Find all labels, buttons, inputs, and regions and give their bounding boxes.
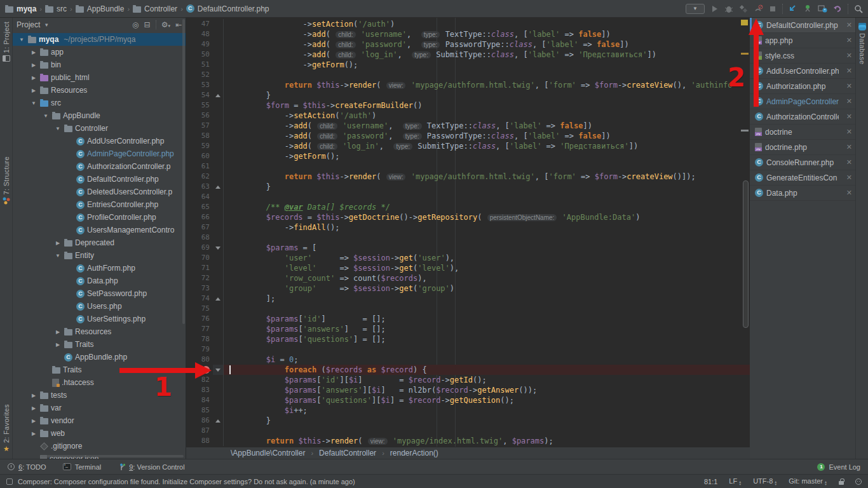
fold-marker-icon[interactable]: [213, 365, 224, 375]
editor-tab[interactable]: GenerateEntitiesCon✕: [750, 170, 855, 186]
line-number[interactable]: 64: [186, 192, 213, 202]
collapse-arrow-icon[interactable]: ▶: [54, 329, 62, 335]
fold-marker-icon[interactable]: [213, 90, 224, 100]
tree-item[interactable]: ▶Resources: [13, 325, 186, 338]
line-number[interactable]: 85: [186, 405, 213, 416]
line-number[interactable]: 56: [186, 111, 213, 121]
code-line[interactable]: 50 ->add( child: 'log_in', type: SubmitT…: [186, 50, 750, 60]
code-line[interactable]: 52: [186, 70, 750, 80]
code-line[interactable]: 76 $params['id'] = [];: [186, 314, 750, 324]
editor-tab[interactable]: Data.php✕: [750, 186, 855, 201]
line-number[interactable]: 75: [186, 304, 213, 314]
locate-file-icon[interactable]: ◎: [132, 20, 139, 29]
code-line[interactable]: 59 ->add( child: 'log_in', type: SubmitT…: [186, 141, 750, 151]
close-icon[interactable]: ✕: [846, 189, 852, 197]
line-number[interactable]: 72: [186, 273, 213, 283]
toolwindow-button-todo[interactable]: 6: TODO: [8, 463, 46, 471]
line-number[interactable]: 62: [186, 172, 213, 182]
tree-item[interactable]: ▼myqa~/projects/PHP/myqa: [13, 33, 186, 46]
fold-marker-icon[interactable]: [213, 243, 224, 253]
expand-arrow-icon[interactable]: ▼: [18, 37, 25, 43]
tree-item[interactable]: ▶public_html: [13, 71, 186, 84]
editor-tab[interactable]: doctrine✕: [750, 125, 855, 140]
line-number[interactable]: 74: [186, 294, 213, 304]
editor-tab[interactable]: app.php✕: [750, 33, 855, 48]
collapse-arrow-icon[interactable]: ▶: [30, 75, 37, 81]
line-number[interactable]: 53: [186, 80, 213, 90]
editor-tab[interactable]: style.css✕: [750, 48, 855, 64]
code-editor[interactable]: 47 ->setAction('/auth')48 ->add( child: …: [186, 18, 750, 447]
line-number[interactable]: 61: [186, 161, 213, 172]
hide-panel-icon[interactable]: ⇤: [175, 20, 182, 29]
close-icon[interactable]: ✕: [846, 67, 852, 75]
tree-item[interactable]: AuthorizationController.p: [13, 160, 186, 173]
editor-tab[interactable]: AuthorizationController.php✕: [750, 109, 855, 125]
code-line[interactable]: 53 return $this->render( view: 'mypage/a…: [186, 80, 750, 90]
fold-marker-icon[interactable]: [213, 294, 224, 304]
collapse-arrow-icon[interactable]: ▶: [30, 62, 37, 68]
close-icon[interactable]: ✕: [846, 173, 852, 182]
tree-item[interactable]: ▶app: [13, 46, 186, 58]
line-number[interactable]: 76: [186, 314, 213, 324]
tree-item[interactable]: ▶var: [13, 402, 186, 414]
tree-item[interactable]: ▼Controller: [13, 122, 186, 135]
run-config-dropdown[interactable]: ▼: [686, 4, 705, 14]
code-line[interactable]: 85 $i++;: [186, 405, 750, 416]
tree-item[interactable]: DeletedUsersController.p: [13, 186, 186, 198]
expand-arrow-icon[interactable]: ▼: [54, 126, 62, 132]
expand-arrow-icon[interactable]: ▼: [54, 253, 62, 259]
breadcrumb-item[interactable]: Controller: [133, 4, 177, 13]
warning-stripe-mark[interactable]: [741, 53, 749, 55]
toolwindow-favorites-button[interactable]: 2: Favorites★: [0, 404, 13, 452]
code-line[interactable]: 77 $params['answers'] = [];: [186, 324, 750, 334]
tree-item[interactable]: AuthForm.php: [13, 262, 186, 274]
line-number[interactable]: 71: [186, 263, 213, 273]
tree-item[interactable]: ▶web: [13, 427, 186, 440]
collapse-arrow-icon[interactable]: ▶: [30, 393, 37, 398]
code-line[interactable]: 71 'level' => $session->get('level'),: [186, 263, 750, 273]
line-number[interactable]: 49: [186, 39, 213, 50]
line-number[interactable]: 77: [186, 324, 213, 334]
line-number[interactable]: 52: [186, 70, 213, 80]
editor-tab[interactable]: AddUserController.php✕: [750, 64, 855, 79]
line-number[interactable]: 54: [186, 90, 213, 100]
collapse-arrow-icon[interactable]: ▶: [54, 240, 62, 246]
collapse-arrow-icon[interactable]: ▶: [30, 405, 37, 411]
vcs-update-icon[interactable]: [789, 4, 797, 13]
tree-item[interactable]: DefaultController.php: [13, 173, 186, 186]
line-number[interactable]: 88: [186, 436, 213, 446]
editor-tab[interactable]: AdminPageController.php✕: [750, 94, 855, 109]
close-icon[interactable]: ✕: [846, 128, 852, 136]
collapse-all-icon[interactable]: ⊟: [144, 20, 151, 29]
editor-tab[interactable]: doctrine.php✕: [750, 140, 855, 155]
tree-item[interactable]: EntriesController.php: [13, 198, 186, 211]
code-line[interactable]: 78 $params['questions'] = [];: [186, 334, 750, 344]
code-line[interactable]: 58 ->add( child: 'password', type: Passw…: [186, 131, 750, 141]
toolwindow-button-versioncontrol[interactable]: 9: Version Control: [118, 463, 184, 471]
changes-history-icon[interactable]: [818, 4, 827, 13]
close-icon[interactable]: ✕: [846, 51, 852, 60]
close-icon[interactable]: ✕: [846, 82, 852, 90]
encoding-selector[interactable]: UTF-8▲▼: [753, 477, 777, 485]
code-line[interactable]: 62 return $this->render( view: 'mypage/a…: [186, 172, 750, 182]
code-line[interactable]: 73 'group' => $session->get('group'): [186, 283, 750, 294]
code-line[interactable]: 57 ->add( child: 'username', type: TextT…: [186, 121, 750, 131]
tree-item[interactable]: .gitignore: [13, 440, 186, 452]
debug-bug-icon[interactable]: [724, 4, 733, 13]
collapse-arrow-icon[interactable]: ▶: [30, 88, 37, 93]
background-tasks-icon[interactable]: [6, 478, 13, 485]
tree-item[interactable]: ▼AppBundle: [13, 109, 186, 122]
code-line[interactable]: 55 $form = $this->createFormBuilder(): [186, 100, 750, 111]
line-number[interactable]: 84: [186, 395, 213, 405]
coverage-icon[interactable]: [739, 4, 748, 13]
line-number[interactable]: 69: [186, 243, 213, 253]
collapse-arrow-icon[interactable]: ▶: [54, 342, 62, 348]
tree-item[interactable]: ProfileController.php: [13, 211, 186, 224]
tree-item[interactable]: SetPassword.php: [13, 287, 186, 300]
tree-horizontal-scrollbar[interactable]: [41, 455, 184, 458]
breadcrumb-item[interactable]: src: [45, 4, 67, 13]
line-number[interactable]: 73: [186, 283, 213, 294]
line-number[interactable]: 83: [186, 385, 213, 395]
code-line[interactable]: 66 $records = $this->getDoctrine()->getR…: [186, 212, 750, 222]
line-number[interactable]: 86: [186, 416, 213, 426]
